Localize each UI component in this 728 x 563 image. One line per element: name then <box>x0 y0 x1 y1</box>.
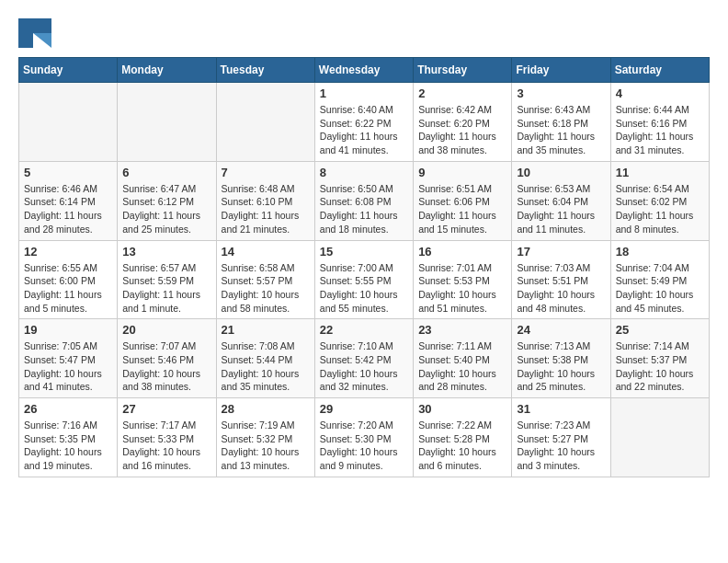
calendar-cell: 30Sunrise: 7:22 AM Sunset: 5:28 PM Dayli… <box>414 398 512 477</box>
calendar-cell: 19Sunrise: 7:05 AM Sunset: 5:47 PM Dayli… <box>19 319 118 398</box>
day-number: 6 <box>122 166 210 179</box>
day-info: Sunrise: 7:14 AM Sunset: 5:37 PM Dayligh… <box>616 339 704 394</box>
calendar-header-row: SundayMondayTuesdayWednesdayThursdayFrid… <box>19 58 710 83</box>
day-info: Sunrise: 7:16 AM Sunset: 5:35 PM Dayligh… <box>24 419 112 473</box>
calendar-week-2: 5Sunrise: 6:46 AM Sunset: 6:14 PM Daylig… <box>19 161 710 240</box>
day-number: 11 <box>616 166 704 179</box>
day-info: Sunrise: 7:01 AM Sunset: 5:53 PM Dayligh… <box>418 261 506 316</box>
calendar-cell: 2Sunrise: 6:42 AM Sunset: 6:20 PM Daylig… <box>414 83 512 162</box>
day-number: 1 <box>320 86 408 100</box>
day-info: Sunrise: 6:54 AM Sunset: 6:02 PM Dayligh… <box>616 182 704 236</box>
day-number: 20 <box>122 323 210 337</box>
day-number: 23 <box>418 323 506 337</box>
calendar-cell: 3Sunrise: 6:43 AM Sunset: 6:18 PM Daylig… <box>512 83 610 162</box>
calendar-cell: 20Sunrise: 7:07 AM Sunset: 5:46 PM Dayli… <box>118 319 216 398</box>
calendar-cell: 17Sunrise: 7:03 AM Sunset: 5:51 PM Dayli… <box>512 240 610 319</box>
day-number: 14 <box>222 245 310 259</box>
calendar-cell: 22Sunrise: 7:10 AM Sunset: 5:42 PM Dayli… <box>314 319 413 398</box>
calendar-cell: 12Sunrise: 6:55 AM Sunset: 6:00 PM Dayli… <box>19 240 118 319</box>
calendar-cell: 7Sunrise: 6:48 AM Sunset: 6:10 PM Daylig… <box>216 161 314 240</box>
calendar-cell: 5Sunrise: 6:46 AM Sunset: 6:14 PM Daylig… <box>19 161 118 240</box>
day-info: Sunrise: 6:40 AM Sunset: 6:22 PM Dayligh… <box>320 103 408 157</box>
day-number: 27 <box>122 402 210 416</box>
calendar-cell: 26Sunrise: 7:16 AM Sunset: 5:35 PM Dayli… <box>19 398 118 477</box>
day-number: 26 <box>24 402 112 416</box>
calendar-week-5: 26Sunrise: 7:16 AM Sunset: 5:35 PM Dayli… <box>19 398 710 477</box>
header-wednesday: Wednesday <box>314 58 413 83</box>
day-info: Sunrise: 6:42 AM Sunset: 6:20 PM Dayligh… <box>418 103 506 157</box>
day-number: 3 <box>517 86 605 100</box>
day-info: Sunrise: 7:23 AM Sunset: 5:27 PM Dayligh… <box>517 419 605 473</box>
day-number: 7 <box>222 166 310 179</box>
calendar-cell: 18Sunrise: 7:04 AM Sunset: 5:49 PM Dayli… <box>610 240 709 319</box>
day-info: Sunrise: 6:53 AM Sunset: 6:04 PM Dayligh… <box>517 182 605 236</box>
calendar-cell: 13Sunrise: 6:57 AM Sunset: 5:59 PM Dayli… <box>118 240 216 319</box>
day-info: Sunrise: 7:00 AM Sunset: 5:55 PM Dayligh… <box>320 261 408 316</box>
day-info: Sunrise: 7:04 AM Sunset: 5:49 PM Dayligh… <box>616 261 704 316</box>
logo-icon <box>18 18 51 48</box>
day-info: Sunrise: 6:47 AM Sunset: 6:12 PM Dayligh… <box>122 182 210 236</box>
day-info: Sunrise: 7:19 AM Sunset: 5:32 PM Dayligh… <box>222 419 310 473</box>
calendar-cell: 24Sunrise: 7:13 AM Sunset: 5:38 PM Dayli… <box>512 319 610 398</box>
day-info: Sunrise: 7:03 AM Sunset: 5:51 PM Dayligh… <box>517 261 605 316</box>
day-info: Sunrise: 6:48 AM Sunset: 6:10 PM Dayligh… <box>222 182 310 236</box>
calendar-cell <box>216 83 314 162</box>
day-info: Sunrise: 6:50 AM Sunset: 6:08 PM Dayligh… <box>320 182 408 236</box>
header-sunday: Sunday <box>19 58 118 83</box>
calendar-table: SundayMondayTuesdayWednesdayThursdayFrid… <box>18 57 710 477</box>
day-number: 18 <box>616 245 704 259</box>
calendar-cell <box>19 83 118 162</box>
day-number: 5 <box>24 166 112 179</box>
calendar-cell: 11Sunrise: 6:54 AM Sunset: 6:02 PM Dayli… <box>610 161 709 240</box>
day-number: 30 <box>418 402 506 416</box>
day-info: Sunrise: 6:55 AM Sunset: 6:00 PM Dayligh… <box>24 261 112 316</box>
header-monday: Monday <box>118 58 216 83</box>
day-number: 21 <box>222 323 310 337</box>
calendar-cell: 15Sunrise: 7:00 AM Sunset: 5:55 PM Dayli… <box>314 240 413 319</box>
calendar-cell <box>610 398 709 477</box>
day-number: 12 <box>24 245 112 259</box>
calendar-week-4: 19Sunrise: 7:05 AM Sunset: 5:47 PM Dayli… <box>19 319 710 398</box>
calendar-week-3: 12Sunrise: 6:55 AM Sunset: 6:00 PM Dayli… <box>19 240 710 319</box>
calendar-cell: 31Sunrise: 7:23 AM Sunset: 5:27 PM Dayli… <box>512 398 610 477</box>
day-info: Sunrise: 7:07 AM Sunset: 5:46 PM Dayligh… <box>122 339 210 394</box>
calendar-cell: 27Sunrise: 7:17 AM Sunset: 5:33 PM Dayli… <box>118 398 216 477</box>
day-info: Sunrise: 6:57 AM Sunset: 5:59 PM Dayligh… <box>122 261 210 316</box>
day-number: 8 <box>320 166 408 179</box>
calendar-cell: 6Sunrise: 6:47 AM Sunset: 6:12 PM Daylig… <box>118 161 216 240</box>
svg-rect-0 <box>18 18 33 48</box>
day-number: 29 <box>320 402 408 416</box>
day-number: 17 <box>517 245 605 259</box>
day-number: 2 <box>418 86 506 100</box>
calendar-cell <box>118 83 216 162</box>
day-info: Sunrise: 7:08 AM Sunset: 5:44 PM Dayligh… <box>222 339 310 394</box>
day-info: Sunrise: 6:58 AM Sunset: 5:57 PM Dayligh… <box>222 261 310 316</box>
day-number: 4 <box>616 86 704 100</box>
header-friday: Friday <box>512 58 610 83</box>
header-thursday: Thursday <box>414 58 512 83</box>
day-number: 22 <box>320 323 408 337</box>
day-info: Sunrise: 6:51 AM Sunset: 6:06 PM Dayligh… <box>418 182 506 236</box>
calendar-cell: 1Sunrise: 6:40 AM Sunset: 6:22 PM Daylig… <box>314 83 413 162</box>
calendar-cell: 21Sunrise: 7:08 AM Sunset: 5:44 PM Dayli… <box>216 319 314 398</box>
calendar-cell: 16Sunrise: 7:01 AM Sunset: 5:53 PM Dayli… <box>414 240 512 319</box>
page-header <box>18 18 710 48</box>
calendar-cell: 29Sunrise: 7:20 AM Sunset: 5:30 PM Dayli… <box>314 398 413 477</box>
calendar-cell: 8Sunrise: 6:50 AM Sunset: 6:08 PM Daylig… <box>314 161 413 240</box>
day-number: 28 <box>222 402 310 416</box>
calendar-cell: 4Sunrise: 6:44 AM Sunset: 6:16 PM Daylig… <box>610 83 709 162</box>
day-info: Sunrise: 6:46 AM Sunset: 6:14 PM Dayligh… <box>24 182 112 236</box>
day-info: Sunrise: 7:11 AM Sunset: 5:40 PM Dayligh… <box>418 339 506 394</box>
day-number: 10 <box>517 166 605 179</box>
day-info: Sunrise: 7:22 AM Sunset: 5:28 PM Dayligh… <box>418 419 506 473</box>
day-info: Sunrise: 7:17 AM Sunset: 5:33 PM Dayligh… <box>122 419 210 473</box>
day-info: Sunrise: 7:10 AM Sunset: 5:42 PM Dayligh… <box>320 339 408 394</box>
day-number: 13 <box>122 245 210 259</box>
logo <box>18 18 53 48</box>
day-number: 15 <box>320 245 408 259</box>
calendar-cell: 10Sunrise: 6:53 AM Sunset: 6:04 PM Dayli… <box>512 161 610 240</box>
header-tuesday: Tuesday <box>216 58 314 83</box>
day-info: Sunrise: 7:13 AM Sunset: 5:38 PM Dayligh… <box>517 339 605 394</box>
calendar-cell: 23Sunrise: 7:11 AM Sunset: 5:40 PM Dayli… <box>414 319 512 398</box>
day-number: 25 <box>616 323 704 337</box>
